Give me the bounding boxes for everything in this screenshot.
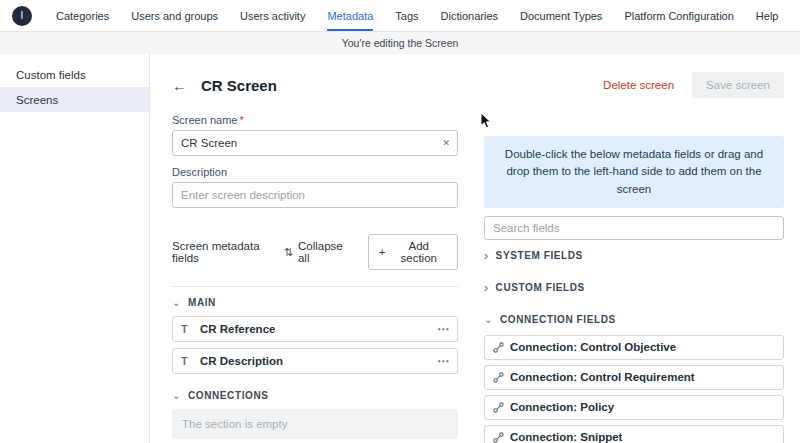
field-row-cr-reference[interactable]: T CR Reference ⋯ bbox=[172, 316, 458, 342]
field-name: Connection: Control Requirement bbox=[510, 371, 695, 383]
field-name: Connection: Snippet bbox=[510, 431, 622, 443]
save-screen-button[interactable]: Save screen bbox=[692, 72, 784, 98]
more-options-button[interactable]: ⋯ bbox=[437, 322, 449, 336]
nav-item-users-and-groups[interactable]: Users and groups bbox=[131, 0, 218, 31]
field-row-cr-description[interactable]: T CR Description ⋯ bbox=[172, 348, 458, 374]
field-name: Connection: Policy bbox=[510, 401, 614, 413]
nav-item-document-types[interactable]: Document Types bbox=[520, 0, 602, 31]
nav-item-platform-configuration[interactable]: Platform Configuration bbox=[624, 0, 733, 31]
description-label: Description bbox=[172, 166, 458, 178]
section-name-main: MAIN bbox=[188, 297, 216, 308]
required-asterisk: * bbox=[239, 114, 243, 126]
metadata-fields-toolbar: Screen metadata fields ⇅ Collapse all + … bbox=[172, 234, 458, 270]
nav-item-users-activity[interactable]: Users activity bbox=[240, 0, 305, 31]
metadata-field-connection-control-objective[interactable]: Connection: Control Objective bbox=[484, 335, 784, 360]
metadata-field-connection-control-requirement[interactable]: Connection: Control Requirement bbox=[484, 365, 784, 390]
editing-banner: You're editing the Screen bbox=[0, 32, 800, 54]
nav-item-help[interactable]: Help bbox=[756, 0, 779, 31]
text-type-icon: T bbox=[181, 355, 194, 367]
screen-name-input-wrap: ✕ bbox=[172, 130, 458, 156]
content: Custom fields Screens ← CR Screen Delete… bbox=[0, 54, 800, 443]
metadata-field-connection-snippet[interactable]: Connection: Snippet bbox=[484, 425, 784, 443]
field-name: Connection: Control Objective bbox=[510, 341, 676, 353]
nav-items: Categories Users and groups Users activi… bbox=[56, 0, 778, 31]
search-fields-input[interactable] bbox=[484, 216, 784, 240]
workarea-body: Screen name* ✕ Description Screen metada… bbox=[150, 98, 800, 443]
metadata-field-connection-policy[interactable]: Connection: Policy bbox=[484, 395, 784, 420]
back-button[interactable]: ← bbox=[172, 77, 187, 94]
group-connection-fields[interactable]: ⌄ CONNECTION FIELDS bbox=[484, 304, 784, 335]
field-name: CR Description bbox=[200, 355, 283, 367]
connection-icon bbox=[493, 342, 504, 353]
more-options-button[interactable]: ⋯ bbox=[437, 354, 449, 368]
nav-item-categories[interactable]: Categories bbox=[56, 0, 109, 31]
page-title: CR Screen bbox=[201, 77, 277, 94]
sidebar-item-screens[interactable]: Screens bbox=[0, 87, 149, 112]
screen-name-label: Screen name* bbox=[172, 114, 458, 126]
chevron-down-icon: ⌄ bbox=[172, 390, 181, 401]
nav-item-tags[interactable]: Tags bbox=[395, 0, 418, 31]
group-system-fields[interactable]: › SYSTEM FIELDS bbox=[484, 240, 784, 272]
section-name-connections: CONNECTIONS bbox=[188, 390, 269, 401]
user-avatar[interactable]: I bbox=[12, 6, 32, 26]
group-name: CONNECTION FIELDS bbox=[500, 314, 616, 325]
group-custom-fields[interactable]: › CUSTOM FIELDS bbox=[484, 272, 784, 304]
collapse-all-label: Collapse all bbox=[298, 240, 354, 264]
connection-icon bbox=[493, 372, 504, 383]
screen-metadata-fields-label: Screen metadata fields bbox=[172, 240, 284, 264]
divider bbox=[172, 286, 458, 287]
section-header-connections[interactable]: ⌄ CONNECTIONS bbox=[172, 390, 458, 401]
connection-icon bbox=[493, 432, 504, 443]
hint-box: Double-click the below metadata fields o… bbox=[484, 136, 784, 208]
clear-icon[interactable]: ✕ bbox=[442, 138, 450, 148]
chevron-right-icon: › bbox=[484, 282, 489, 294]
chevron-down-icon: ⌄ bbox=[484, 314, 493, 325]
sidebar: Custom fields Screens bbox=[0, 54, 150, 443]
empty-section: The section is empty bbox=[172, 409, 458, 439]
text-type-icon: T bbox=[181, 323, 194, 335]
chevron-right-icon: › bbox=[484, 250, 489, 262]
field-name: CR Reference bbox=[200, 323, 275, 335]
add-section-label: Add section bbox=[390, 240, 447, 264]
screen-form: Screen name* ✕ Description Screen metada… bbox=[172, 112, 458, 443]
nav-item-dictionaries[interactable]: Dictionaries bbox=[441, 0, 498, 31]
description-input[interactable] bbox=[172, 182, 458, 208]
screen-editor-app: I Categories Users and groups Users acti… bbox=[0, 0, 800, 443]
screen-name-input[interactable] bbox=[172, 130, 458, 156]
screen-editor-header: ← CR Screen Delete screen Save screen bbox=[150, 54, 800, 98]
collapse-all-button[interactable]: ⇅ Collapse all bbox=[284, 240, 354, 264]
metadata-fields-panel: Double-click the below metadata fields o… bbox=[484, 112, 784, 443]
delete-screen-button[interactable]: Delete screen bbox=[603, 79, 674, 91]
group-name: CUSTOM FIELDS bbox=[496, 282, 585, 293]
group-name: SYSTEM FIELDS bbox=[496, 250, 583, 261]
nav-item-metadata[interactable]: Metadata bbox=[327, 0, 373, 31]
connection-icon bbox=[493, 402, 504, 413]
add-section-button[interactable]: + Add section bbox=[368, 234, 458, 270]
section-header-main[interactable]: ⌄ MAIN bbox=[172, 297, 458, 308]
chevron-down-icon: ⌄ bbox=[172, 297, 181, 308]
collapse-all-icon: ⇅ bbox=[284, 246, 293, 259]
sidebar-item-custom-fields[interactable]: Custom fields bbox=[0, 62, 149, 87]
plus-icon: + bbox=[379, 246, 386, 258]
screen-name-label-text: Screen name bbox=[172, 114, 237, 126]
top-nav: I Categories Users and groups Users acti… bbox=[0, 0, 800, 32]
workarea: ← CR Screen Delete screen Save screen Sc… bbox=[150, 54, 800, 443]
